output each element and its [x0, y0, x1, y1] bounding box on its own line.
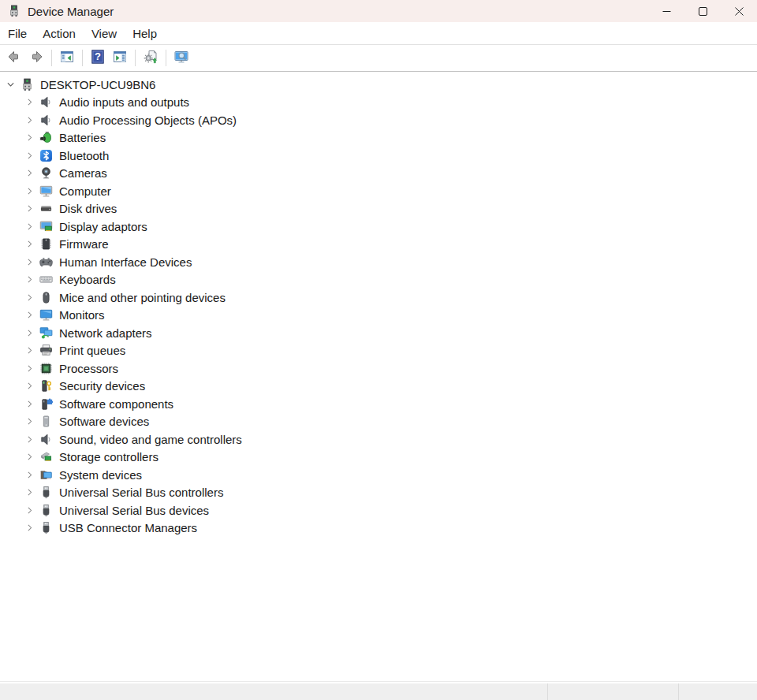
tree-item-network-adapters[interactable]: Network adapters — [0, 324, 757, 342]
tree-item-label: Mice and other pointing devices — [59, 291, 226, 304]
menu-action[interactable]: Action — [35, 22, 84, 44]
chevron-right-icon[interactable] — [23, 433, 35, 445]
tree-item-disk-drives[interactable]: Disk drives — [0, 200, 757, 218]
tree-item-monitors[interactable]: Monitors — [0, 307, 757, 325]
toolbar-button-help[interactable]: ? — [88, 48, 108, 69]
tree-item-label: Audio inputs and outputs — [59, 95, 189, 109]
tree-item-bluetooth[interactable]: Bluetooth — [0, 147, 757, 165]
close-button[interactable] — [721, 0, 757, 22]
titlebar[interactable]: Device Manager — [0, 0, 757, 22]
tree-item-storage-controllers[interactable]: Storage controllers — [0, 449, 757, 467]
tree-item-label: Monitors — [59, 308, 105, 322]
toolbar-button-forward[interactable] — [26, 48, 47, 69]
tree-item-label: Human Interface Devices — [59, 255, 192, 269]
tree-item-print-queues[interactable]: Print queues — [0, 342, 757, 360]
chevron-right-icon[interactable] — [23, 274, 35, 286]
device-manager-icon — [173, 49, 189, 67]
toolbar-button-properties[interactable] — [110, 48, 130, 69]
tree-item-label: Print queues — [59, 344, 125, 357]
tree-item-label: Software devices — [59, 415, 149, 428]
menu-view[interactable]: View — [84, 22, 125, 44]
tree-item-label: Universal Serial Bus controllers — [59, 486, 223, 499]
tree-item-usb-connector-managers[interactable]: USB Connector Managers — [0, 519, 757, 538]
chevron-right-icon[interactable] — [23, 114, 35, 126]
toolbar-separator — [82, 50, 83, 66]
chevron-right-icon[interactable] — [23, 362, 35, 374]
network-adapter-icon — [39, 326, 53, 340]
disk-drive-icon — [39, 202, 53, 215]
tree-item-software-components[interactable]: Software components — [0, 395, 757, 413]
tree-item-audio-inputs-and-outputs[interactable]: Audio inputs and outputs — [0, 94, 757, 112]
tree-item-security-devices[interactable]: Security devices — [0, 378, 757, 396]
help-icon: ? — [90, 49, 106, 67]
tree-item-label: Universal Serial Bus devices — [59, 504, 209, 517]
back-arrow-icon — [6, 49, 22, 67]
toolbar-button-back[interactable] — [4, 48, 24, 69]
chevron-right-icon[interactable] — [23, 255, 35, 268]
tree-item-firmware[interactable]: Firmware — [0, 236, 757, 254]
tree-item-label: Security devices — [59, 379, 145, 393]
maximize-icon — [699, 7, 707, 16]
toolbar-button-devices-view[interactable] — [171, 48, 192, 69]
tree-item-universal-serial-bus-controllers[interactable]: Universal Serial Bus controllers — [0, 484, 757, 502]
tree-item-label: Storage controllers — [59, 450, 158, 464]
chevron-right-icon[interactable] — [23, 309, 35, 322]
tree-item-human-interface-devices[interactable]: Human Interface Devices — [0, 253, 757, 271]
chevron-right-icon[interactable] — [23, 380, 35, 393]
printer-icon — [39, 344, 53, 357]
toolbar-button-show-hide-console-tree[interactable] — [57, 48, 77, 69]
bluetooth-icon — [39, 149, 53, 162]
tree-item-computer[interactable]: Computer — [0, 182, 757, 200]
tree-item-label: Keyboards — [59, 273, 116, 286]
chevron-right-icon[interactable] — [23, 149, 35, 162]
chevron-right-icon[interactable] — [23, 167, 35, 180]
chevron-right-icon[interactable] — [23, 451, 35, 464]
toolbar-button-scan-for-hardware-changes[interactable] — [140, 48, 161, 69]
chevron-down-icon[interactable] — [4, 78, 17, 91]
tree-item-system-devices[interactable]: System devices — [0, 466, 757, 484]
chevron-right-icon[interactable] — [23, 184, 35, 197]
chevron-right-icon[interactable] — [23, 291, 35, 303]
chevron-right-icon[interactable] — [23, 504, 35, 516]
tree-item-universal-serial-bus-devices[interactable]: Universal Serial Bus devices — [0, 501, 757, 519]
maximize-button[interactable] — [684, 0, 721, 22]
software-component-icon — [39, 397, 53, 411]
chevron-right-icon[interactable] — [23, 415, 35, 428]
tree-item-batteries[interactable]: Batteries — [0, 129, 757, 147]
tree-item-mice-and-other-pointing-devices[interactable]: Mice and other pointing devices — [0, 289, 757, 307]
chevron-right-icon[interactable] — [23, 96, 35, 109]
toolbar-separator — [51, 50, 52, 66]
monitors-icon — [39, 308, 53, 322]
tree-item-sound-video-and-game-controllers[interactable]: Sound, video and game controllers — [0, 430, 757, 449]
device-manager-window: Device Manager File Action View Help ? D… — [0, 0, 757, 700]
chevron-right-icon[interactable] — [23, 344, 35, 357]
usb-plug-icon — [39, 504, 53, 517]
tree-item-keyboards[interactable]: Keyboards — [0, 271, 757, 289]
tree-item-cameras[interactable]: Cameras — [0, 165, 757, 183]
menu-help[interactable]: Help — [125, 22, 165, 44]
chevron-right-icon[interactable] — [23, 132, 35, 144]
tree-item-label: Firmware — [59, 237, 109, 251]
tree-item-label: System devices — [59, 468, 142, 482]
properties-icon — [112, 49, 128, 67]
tree-item-label: Disk drives — [59, 202, 117, 215]
chevron-right-icon[interactable] — [23, 220, 35, 233]
chevron-right-icon[interactable] — [23, 238, 35, 251]
chevron-right-icon[interactable] — [23, 326, 35, 339]
menu-file[interactable]: File — [0, 22, 35, 44]
chevron-right-icon[interactable] — [23, 468, 35, 481]
tree-item-audio-processing-objects-apos[interactable]: Audio Processing Objects (APOs) — [0, 111, 757, 129]
tree-item-label: Audio Processing Objects (APOs) — [59, 114, 237, 127]
tree-item-processors[interactable]: Processors — [0, 359, 757, 378]
tree-item-display-adaptors[interactable]: Display adaptors — [0, 218, 757, 236]
system-device-icon — [39, 468, 53, 482]
chevron-right-icon[interactable] — [23, 522, 35, 534]
camera-icon — [39, 166, 53, 180]
tree-item-software-devices[interactable]: Software devices — [0, 413, 757, 431]
minimize-button[interactable] — [648, 0, 684, 22]
tree-root[interactable]: DESKTOP-UCU9BN6 — [0, 76, 757, 94]
chevron-right-icon[interactable] — [23, 486, 35, 499]
chevron-right-icon[interactable] — [23, 203, 35, 215]
security-key-icon — [39, 379, 53, 393]
chevron-right-icon[interactable] — [23, 397, 35, 410]
